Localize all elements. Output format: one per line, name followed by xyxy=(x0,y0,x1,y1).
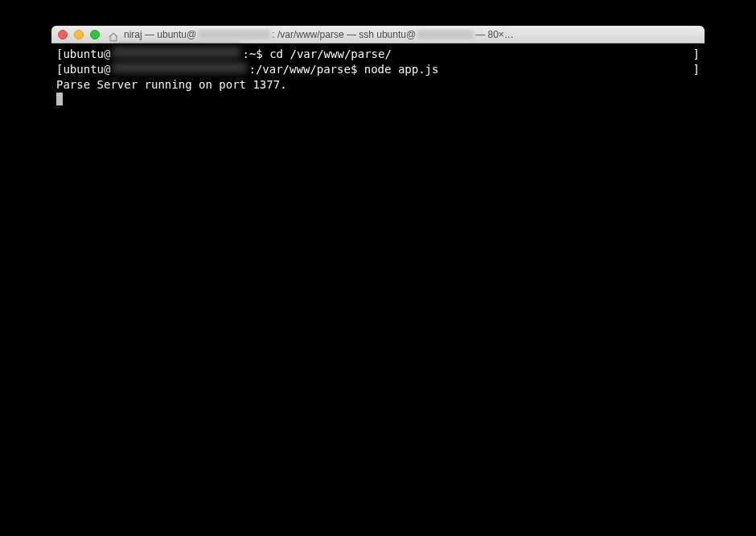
traffic-lights xyxy=(58,30,100,39)
terminal-body[interactable]: [ ubuntu@ :~$ cd /var/www/parse/ ] [ ubu… xyxy=(51,43,705,478)
cursor xyxy=(56,93,63,105)
home-icon xyxy=(108,30,119,39)
title-middle: : /var/www/parse — ssh ubuntu@ xyxy=(272,29,416,40)
prompt-path: :/var/www/parse$ xyxy=(249,62,364,77)
maximize-button[interactable] xyxy=(90,30,100,39)
redacted-host-1 xyxy=(198,30,270,39)
command-text: cd /var/www/parse/ xyxy=(269,47,392,62)
window-title: niraj — ubuntu@ : /var/www/parse — ssh u… xyxy=(124,29,698,40)
minimize-button[interactable] xyxy=(74,30,84,39)
title-suffix: — 80×… xyxy=(475,29,514,40)
prompt-user: ubuntu@ xyxy=(63,62,110,77)
redacted-hostname xyxy=(112,47,240,58)
terminal-line-1: [ ubuntu@ :~$ cd /var/www/parse/ ] xyxy=(56,47,700,62)
prompt-user: ubuntu@ xyxy=(63,47,110,62)
bracket-open: [ xyxy=(56,62,63,77)
redacted-hostname xyxy=(112,62,247,73)
command-text: node app.js xyxy=(364,62,439,77)
output-text: Parse Server running on port 1377. xyxy=(56,77,287,93)
redacted-host-2 xyxy=(417,30,474,39)
window-titlebar[interactable]: niraj — ubuntu@ : /var/www/parse — ssh u… xyxy=(51,26,705,43)
title-prefix: niraj — ubuntu@ xyxy=(124,29,196,40)
close-button[interactable] xyxy=(58,30,68,39)
terminal-line-2: [ ubuntu@ :/var/www/parse$ node app.js ] xyxy=(56,62,700,77)
prompt-path: :~$ xyxy=(242,47,269,62)
terminal-cursor-line xyxy=(56,93,700,105)
terminal-window: niraj — ubuntu@ : /var/www/parse — ssh u… xyxy=(51,26,705,478)
bracket-open: [ xyxy=(56,47,63,62)
terminal-line-3: Parse Server running on port 1377. xyxy=(56,77,700,93)
bracket-close: ] xyxy=(693,47,700,62)
bracket-close: ] xyxy=(693,62,700,77)
